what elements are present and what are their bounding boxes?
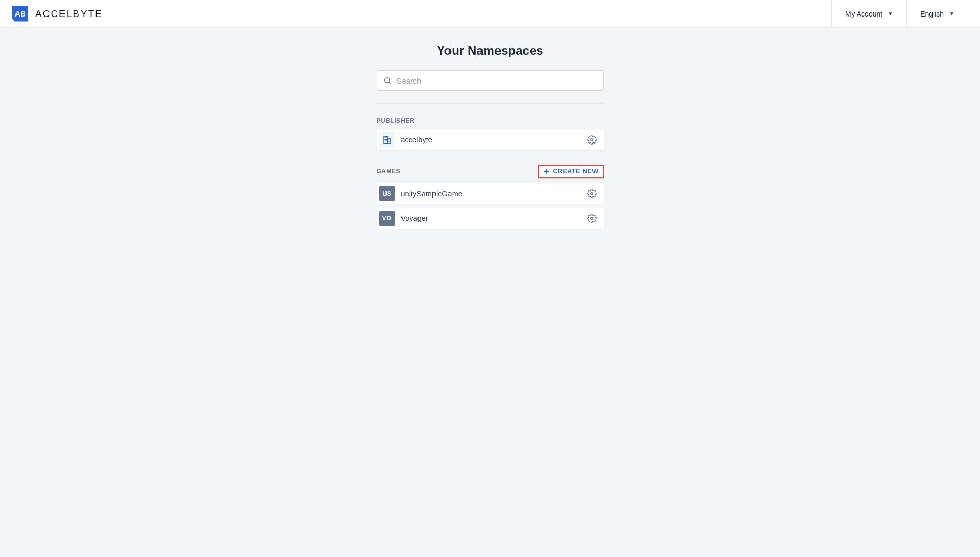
language-dropdown[interactable]: English ▼: [906, 0, 968, 27]
svg-line-1: [389, 82, 390, 84]
header-right: My Account ▼ English ▼: [831, 0, 968, 27]
divider: [377, 103, 604, 104]
chevron-down-icon: ▼: [949, 11, 954, 17]
brand-logo[interactable]: AB ACCELBYTE: [12, 6, 103, 22]
publisher-label: PUBLISHER: [377, 117, 415, 124]
namespaces-panel: PUBLISHER accelbyte: [377, 70, 604, 233]
my-account-label: My Account: [845, 10, 882, 18]
gear-icon[interactable]: [587, 189, 597, 198]
svg-point-13: [590, 217, 593, 220]
game-item[interactable]: US unitySampleGame: [377, 183, 604, 204]
games-label: GAMES: [377, 168, 401, 175]
create-new-button[interactable]: CREATE NEW: [538, 165, 603, 178]
plus-icon: [543, 168, 550, 175]
search-field[interactable]: [377, 70, 604, 91]
publisher-name: accelbyte: [401, 136, 587, 144]
building-icon: [379, 132, 395, 148]
gear-icon[interactable]: [587, 214, 597, 223]
my-account-dropdown[interactable]: My Account ▼: [831, 0, 906, 27]
app-header: AB ACCELBYTE My Account ▼ English ▼: [0, 0, 980, 28]
svg-point-9: [590, 139, 593, 141]
language-label: English: [920, 10, 944, 18]
chevron-down-icon: ▼: [888, 11, 893, 17]
game-item[interactable]: VO Voyager: [377, 208, 604, 229]
game-name: Voyager: [401, 214, 587, 222]
gear-icon[interactable]: [587, 135, 597, 145]
main-content: Your Namespaces PUBLISHER: [0, 28, 980, 248]
search-icon: [383, 76, 392, 85]
game-name: unitySampleGame: [401, 189, 587, 198]
create-new-label: CREATE NEW: [553, 168, 598, 175]
game-abbr-icon: US: [379, 186, 395, 201]
brand-name: ACCELBYTE: [35, 8, 103, 20]
publisher-item[interactable]: accelbyte: [377, 130, 604, 150]
page-title: Your Namespaces: [437, 43, 543, 58]
search-input[interactable]: [392, 76, 597, 85]
svg-point-12: [590, 193, 593, 195]
games-section-header: GAMES CREATE NEW: [377, 165, 604, 178]
logo-mark-icon: AB: [12, 6, 28, 22]
publisher-section-header: PUBLISHER: [377, 117, 604, 124]
svg-rect-3: [387, 138, 390, 144]
game-abbr-icon: VO: [379, 211, 395, 226]
